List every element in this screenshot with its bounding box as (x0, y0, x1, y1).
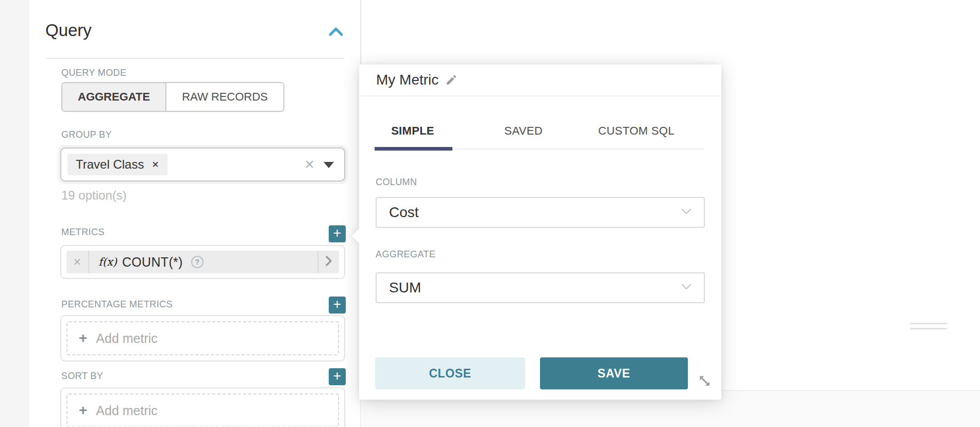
active-tab-indicator (375, 147, 452, 151)
tab-custom-sql[interactable]: CUSTOM SQL (580, 124, 693, 138)
group-by-select[interactable]: Travel Class ✕ × (60, 147, 345, 182)
aggregate-label: AGGREGATE (376, 249, 435, 260)
sort-by-label: SORT BY (61, 371, 103, 382)
close-button[interactable]: CLOSE (375, 357, 525, 389)
plus-icon: + (79, 403, 87, 418)
aggregate-mode-button[interactable]: AGGREGATE (62, 83, 166, 111)
add-metric-placeholder: Add metric (96, 403, 157, 418)
metric-item[interactable]: ✕ f(x) COUNT(*) ? (66, 251, 339, 273)
add-sort-metric-dropzone[interactable]: + Add metric (66, 393, 339, 427)
percentage-metrics-label: PERCENTAGE METRICS (61, 299, 173, 310)
chevron-down-icon (681, 208, 691, 217)
add-metric-button[interactable]: + (329, 225, 346, 242)
metric-expression: COUNT(*) (122, 255, 183, 270)
sort-by-container: + Add metric (60, 387, 345, 427)
help-icon[interactable]: ? (191, 256, 204, 268)
add-percentage-metric-dropzone[interactable]: + Add metric (66, 321, 339, 355)
resize-diagonal-icon[interactable] (697, 373, 712, 388)
percentage-metrics-container: + Add metric (60, 315, 345, 362)
add-percentage-metric-button[interactable]: + (329, 297, 346, 314)
metrics-label: METRICS (61, 227, 105, 238)
tab-simple[interactable]: SIMPLE (374, 124, 452, 138)
popover-arrow (352, 228, 367, 244)
metrics-container: ✕ f(x) COUNT(*) ? (60, 245, 345, 279)
tab-saved[interactable]: SAVED (477, 124, 570, 138)
plus-icon: + (79, 331, 87, 346)
resize-grip-line[interactable] (910, 323, 947, 324)
expand-metric-button[interactable] (317, 251, 339, 273)
popover-header: My Metric (359, 64, 721, 96)
group-by-tag[interactable]: Travel Class ✕ (67, 154, 167, 175)
column-label: COLUMN (376, 177, 417, 188)
add-sort-metric-button[interactable]: + (329, 368, 346, 385)
save-button[interactable]: SAVE (540, 357, 688, 389)
metric-name: My Metric (376, 72, 438, 88)
add-metric-placeholder: Add metric (96, 331, 157, 346)
options-count-hint: 19 option(s) (61, 188, 127, 203)
aggregate-select[interactable]: SUM (376, 272, 705, 303)
function-icon: f(x) (98, 256, 117, 268)
raw-records-mode-button[interactable]: RAW RECORDS (166, 83, 283, 111)
chevron-down-icon (681, 283, 691, 292)
column-select[interactable]: Cost (376, 197, 705, 228)
remove-metric-icon[interactable]: ✕ (66, 251, 89, 273)
aggregate-value: SUM (389, 280, 421, 296)
section-divider (45, 58, 344, 59)
query-mode-toggle: AGGREGATE RAW RECORDS (61, 82, 284, 112)
edit-name-pencil-icon[interactable] (445, 74, 458, 86)
chevron-right-icon (325, 255, 332, 269)
resize-grip-line[interactable] (910, 328, 947, 330)
query-mode-label: QUERY MODE (61, 68, 126, 78)
caret-down-icon[interactable] (324, 162, 334, 168)
clear-all-icon[interactable]: × (305, 154, 314, 175)
group-by-label: GROUP BY (61, 129, 112, 140)
metric-edit-popover: My Metric SIMPLE SAVED CUSTOM SQL COLUMN… (359, 64, 721, 400)
collapse-section-button[interactable] (328, 26, 344, 38)
left-rail (0, 0, 29, 427)
column-value: Cost (389, 204, 419, 221)
explore-view: Query QUERY MODE AGGREGATE RAW RECORDS G… (0, 0, 980, 427)
chevron-up-icon (328, 31, 344, 40)
query-section-title: Query (45, 21, 92, 40)
tag-remove-icon[interactable]: ✕ (151, 159, 159, 170)
group-by-tag-text: Travel Class (76, 157, 144, 172)
